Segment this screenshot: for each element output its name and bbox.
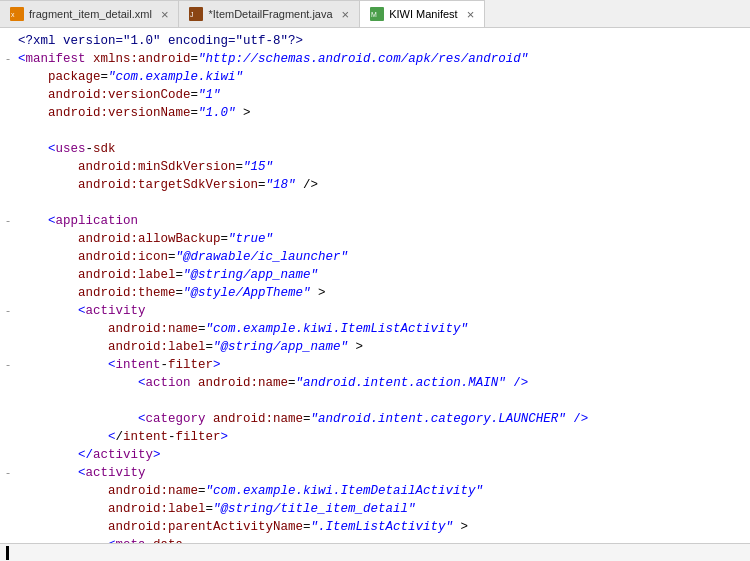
tab-fragment-item-detail[interactable]: x fragment_item_detail.xml × [0, 0, 179, 27]
code-line: - <application [0, 212, 750, 230]
code-line [0, 392, 750, 410]
svg-text:M: M [371, 11, 377, 18]
code-line: - <activity [0, 302, 750, 320]
code-line: </intent-filter> [0, 428, 750, 446]
code-line: <meta-data [0, 536, 750, 543]
line-content: </activity> [16, 446, 742, 464]
line-content: android:minSdkVersion="15" [16, 158, 742, 176]
code-line: android:targetSdkVersion="18" /> [0, 176, 750, 194]
xml-icon: x [10, 7, 24, 21]
collapse-button[interactable]: - [0, 50, 16, 68]
line-content: <meta-data [16, 536, 742, 543]
code-line: package="com.example.kiwi" [0, 68, 750, 86]
tab-item-detail-fragment[interactable]: J *ItemDetailFragment.java × [179, 0, 360, 27]
line-content: android:allowBackup="true" [16, 230, 742, 248]
line-content: android:label="@string/app_name" > [16, 338, 742, 356]
code-line: - <activity [0, 464, 750, 482]
code-line: </activity> [0, 446, 750, 464]
tab-close-icon[interactable]: × [161, 7, 169, 22]
code-line: android:versionCode="1" [0, 86, 750, 104]
code-line: <action android:name="android.intent.act… [0, 374, 750, 392]
code-line: android:label="@string/app_name" [0, 266, 750, 284]
status-bar [0, 543, 750, 561]
code-line [0, 194, 750, 212]
manifest-icon: M [370, 7, 384, 21]
code-line: android:theme="@style/AppTheme" > [0, 284, 750, 302]
collapse-button[interactable]: - [0, 212, 16, 230]
line-content: android:versionCode="1" [16, 86, 742, 104]
line-content: <activity [16, 302, 742, 320]
code-line: <?xml version="1.0" encoding="utf-8"?> [0, 32, 750, 50]
tab-label: KIWI Manifest [389, 8, 457, 20]
code-line: <uses-sdk [0, 140, 750, 158]
line-content: <application [16, 212, 742, 230]
code-line: android:parentActivityName=".ItemListAct… [0, 518, 750, 536]
line-content: <manifest xmlns:android="http://schemas.… [16, 50, 742, 68]
tab-bar: x fragment_item_detail.xml × J *ItemDeta… [0, 0, 750, 28]
line-content: <activity [16, 464, 742, 482]
line-content: android:parentActivityName=".ItemListAct… [16, 518, 742, 536]
tab-close-icon[interactable]: × [342, 7, 350, 22]
code-line: <category android:name="android.intent.c… [0, 410, 750, 428]
line-content: <uses-sdk [16, 140, 742, 158]
line-content: android:versionName="1.0" > [16, 104, 742, 122]
code-line [0, 122, 750, 140]
collapse-button[interactable]: - [0, 302, 16, 320]
tab-kiwi-manifest[interactable]: M KIWI Manifest × [360, 0, 485, 27]
code-line: -<manifest xmlns:android="http://schemas… [0, 50, 750, 68]
code-line: android:name="com.example.kiwi.ItemListA… [0, 320, 750, 338]
line-content: <?xml version="1.0" encoding="utf-8"?> [16, 32, 742, 50]
code-line: android:minSdkVersion="15" [0, 158, 750, 176]
tab-close-icon[interactable]: × [467, 7, 475, 22]
code-line: android:name="com.example.kiwi.ItemDetai… [0, 482, 750, 500]
line-content [16, 122, 742, 140]
code-line: - <intent-filter> [0, 356, 750, 374]
line-content [16, 392, 742, 410]
line-content: package="com.example.kiwi" [16, 68, 742, 86]
line-content: </intent-filter> [16, 428, 742, 446]
code-line: android:label="@string/app_name" > [0, 338, 750, 356]
collapse-button[interactable]: - [0, 356, 16, 374]
line-content: android:icon="@drawable/ic_launcher" [16, 248, 742, 266]
tab-label: fragment_item_detail.xml [29, 8, 152, 20]
line-content: android:label="@string/title_item_detail… [16, 500, 742, 518]
code-line: android:icon="@drawable/ic_launcher" [0, 248, 750, 266]
line-content: android:theme="@style/AppTheme" > [16, 284, 742, 302]
code-editor[interactable]: <?xml version="1.0" encoding="utf-8"?>-<… [0, 28, 750, 543]
line-content: android:name="com.example.kiwi.ItemListA… [16, 320, 742, 338]
line-content: android:targetSdkVersion="18" /> [16, 176, 742, 194]
tab-label: *ItemDetailFragment.java [208, 8, 332, 20]
svg-text:x: x [11, 11, 15, 18]
line-content: android:name="com.example.kiwi.ItemDetai… [16, 482, 742, 500]
line-content: android:label="@string/app_name" [16, 266, 742, 284]
line-content: <category android:name="android.intent.c… [16, 410, 742, 428]
code-line: android:label="@string/title_item_detail… [0, 500, 750, 518]
collapse-button[interactable]: - [0, 464, 16, 482]
code-line: android:allowBackup="true" [0, 230, 750, 248]
line-content: <intent-filter> [16, 356, 742, 374]
java-icon: J [189, 7, 203, 21]
svg-text:J: J [190, 11, 194, 18]
line-content [16, 194, 742, 212]
cursor [6, 546, 9, 560]
code-line: android:versionName="1.0" > [0, 104, 750, 122]
line-content: <action android:name="android.intent.act… [16, 374, 742, 392]
